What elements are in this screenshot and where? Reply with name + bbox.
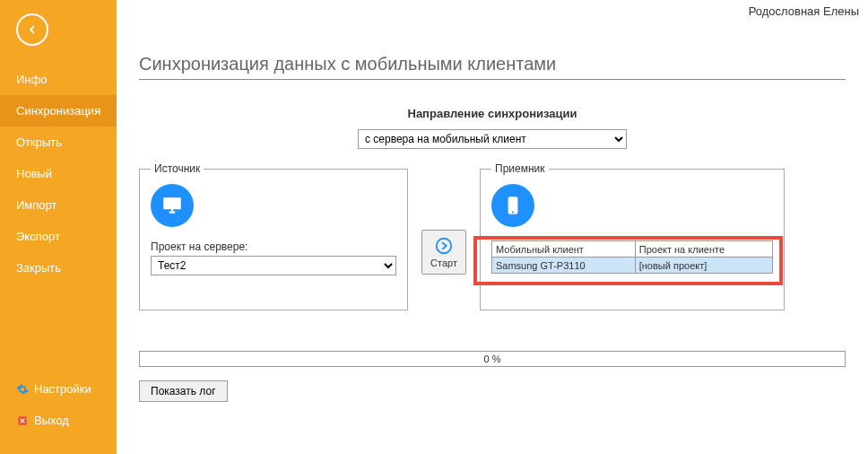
monitor-icon [151, 184, 194, 227]
settings-label: Настройки [34, 382, 91, 396]
main-content: Родословная Елены Синхронизация данных с… [117, 0, 868, 454]
show-log-button[interactable]: Показать лог [139, 380, 228, 402]
source-field-label: Проект на сервере: [151, 240, 396, 253]
sidebar-item-exit[interactable]: Выход [0, 405, 117, 436]
svg-point-3 [512, 212, 514, 214]
receiver-legend: Приемник [491, 162, 549, 175]
sidebar-item-sync[interactable]: Синхронизация [0, 95, 117, 127]
sidebar-item-new[interactable]: Новый [0, 158, 117, 189]
sidebar: Инфо Синхронизация Открыть Новый Импорт … [0, 0, 117, 454]
source-legend: Источник [151, 162, 204, 175]
arrow-right-circle-icon [434, 236, 454, 256]
header-title: Родословная Елены [749, 4, 859, 18]
exit-icon [16, 415, 29, 427]
receiver-table[interactable]: Мобильный клиент Проект на клиенте Samsu… [491, 240, 773, 274]
direction-label: Направление синхронизации [408, 107, 577, 120]
source-fieldset: Источник Проект на сервере: Тест2 [139, 162, 408, 310]
start-button[interactable]: Старт [421, 230, 466, 275]
arrow-left-icon [25, 22, 39, 37]
start-label: Старт [430, 258, 457, 268]
progress-text: 0 % [484, 354, 501, 364]
sidebar-item-close[interactable]: Закрыть [0, 252, 117, 284]
sidebar-item-open[interactable]: Открыть [0, 127, 117, 158]
sidebar-item-settings[interactable]: Настройки [0, 373, 117, 405]
col-mobile-client: Мобильный клиент [492, 241, 636, 258]
title-divider [139, 79, 846, 80]
cell-project: [новый проект] [635, 258, 772, 274]
page-title: Синхронизация данных с мобильными клиент… [139, 54, 846, 74]
table-row[interactable]: Samsung GT-P3110 [новый проект] [492, 258, 773, 274]
cell-mobile: Samsung GT-P3110 [492, 258, 636, 274]
sidebar-item-info[interactable]: Инфо [0, 64, 117, 95]
back-button[interactable] [16, 13, 48, 46]
table-header-row: Мобильный клиент Проект на клиенте [492, 241, 773, 258]
col-project-client: Проект на клиенте [635, 241, 772, 258]
direction-select[interactable]: с сервера на мобильный клиент [358, 129, 627, 149]
direction-block: Направление синхронизации с сервера на м… [139, 107, 846, 149]
sidebar-item-export[interactable]: Экспорт [0, 221, 117, 252]
exit-label: Выход [34, 414, 69, 427]
phone-icon [491, 184, 534, 227]
progress-bar: 0 % [139, 351, 846, 367]
gear-icon [16, 383, 29, 396]
source-project-select[interactable]: Тест2 [151, 256, 396, 275]
sidebar-item-import[interactable]: Импорт [0, 189, 117, 221]
receiver-fieldset: Приемник Мобильный клиент Проект на клие… [480, 162, 785, 310]
svg-point-1 [437, 239, 452, 254]
